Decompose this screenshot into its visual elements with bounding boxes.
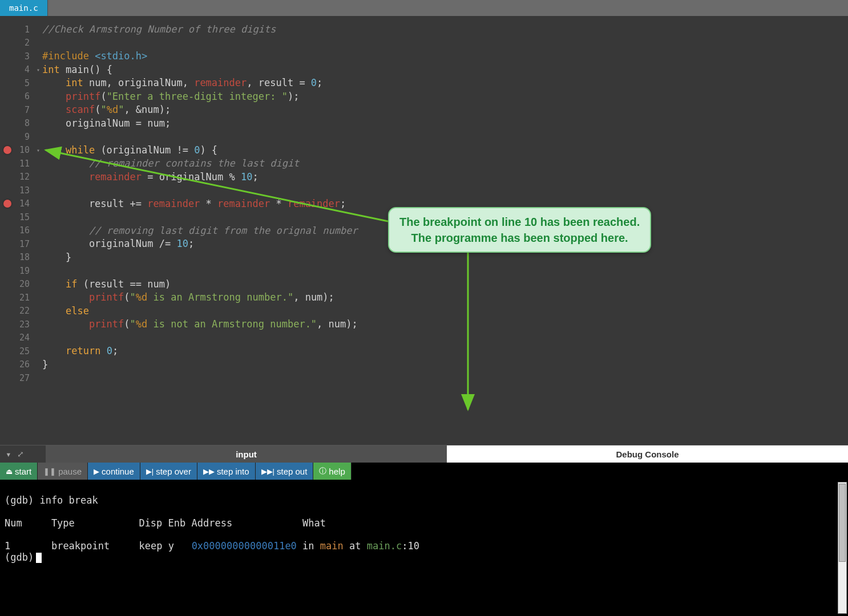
help-label: help bbox=[329, 467, 345, 476]
line-number[interactable]: 24 bbox=[0, 331, 34, 345]
line-number[interactable]: 16 bbox=[0, 224, 34, 238]
continue-label: continue bbox=[102, 467, 134, 476]
gdb-prompt-line: (gdb) info break bbox=[5, 495, 98, 506]
code-line[interactable]: printf("Enter a three-digit integer: "); bbox=[42, 90, 848, 104]
tab-debug-label: Debug Console bbox=[616, 449, 679, 459]
step-out-label: step out bbox=[277, 467, 307, 476]
code-line[interactable] bbox=[42, 371, 848, 385]
pause-button[interactable]: ❚❚ pause bbox=[38, 463, 88, 480]
code-line[interactable]: scanf("%d", &num); bbox=[42, 103, 848, 117]
gdb-console[interactable]: (gdb) info break Num Type Disp Enb Addre… bbox=[0, 480, 848, 616]
play-icon: ▶ bbox=[94, 467, 99, 476]
code-line[interactable]: //Check Armstrong Number of three digits bbox=[42, 23, 848, 37]
code-line[interactable]: else bbox=[42, 305, 848, 318]
pane-header: ▾ ⤢ input Debug Console bbox=[0, 445, 848, 463]
line-number[interactable]: 15 bbox=[0, 210, 34, 224]
line-number[interactable]: 6 bbox=[0, 90, 34, 104]
line-number[interactable]: 4▾ bbox=[0, 63, 34, 77]
code-line[interactable]: #include <stdio.h> bbox=[42, 50, 848, 63]
start-label: start bbox=[15, 467, 31, 476]
debug-toolbar: ⏏ start ❚❚ pause ▶ continue ▶| step over… bbox=[0, 463, 848, 480]
code-line[interactable]: } bbox=[42, 358, 848, 372]
start-button[interactable]: ⏏ start bbox=[0, 463, 38, 480]
step-over-icon: ▶| bbox=[146, 467, 154, 476]
step-into-button[interactable]: ▶▶ step into bbox=[197, 463, 256, 480]
line-number[interactable]: 1 bbox=[0, 23, 34, 37]
line-number[interactable]: 12 bbox=[0, 171, 34, 184]
line-number[interactable]: 14 bbox=[0, 197, 34, 211]
line-number[interactable]: 3 bbox=[0, 50, 34, 63]
step-out-button[interactable]: ▶▶| step out bbox=[256, 463, 314, 480]
code-editor[interactable]: 1234▾5678910▾111213141516171819202122232… bbox=[0, 16, 848, 445]
breakpoint-icon[interactable] bbox=[3, 200, 11, 208]
line-number[interactable]: 17 bbox=[0, 237, 34, 251]
annotation-line-1: The breakpoint on line 10 has been reach… bbox=[399, 214, 640, 230]
line-number-gutter[interactable]: 1234▾5678910▾111213141516171819202122232… bbox=[0, 16, 34, 445]
code-line[interactable] bbox=[42, 264, 848, 278]
pause-icon: ❚❚ bbox=[43, 467, 56, 476]
code-line[interactable]: // remainder contains the last digit bbox=[42, 157, 848, 171]
code-line[interactable] bbox=[42, 184, 848, 197]
line-number[interactable]: 18 bbox=[0, 251, 34, 265]
code-line[interactable]: printf("%d is not an Armstrong number.",… bbox=[42, 318, 848, 331]
continue-button[interactable]: ▶ continue bbox=[88, 463, 140, 480]
tab-debug-console[interactable]: Debug Console bbox=[447, 445, 848, 463]
gdb-prompt-2: (gdb) bbox=[5, 552, 34, 563]
code-line[interactable]: } bbox=[42, 251, 848, 265]
line-number[interactable]: 5 bbox=[0, 76, 34, 90]
gdb-break-row: 1 breakpoint keep y 0x00000000000011e0 i… bbox=[5, 540, 419, 552]
step-into-label: step into bbox=[217, 467, 249, 476]
bottom-pane: ▾ ⤢ input Debug Console ⏏ start ❚❚ pause… bbox=[0, 445, 848, 616]
step-into-icon: ▶▶ bbox=[203, 467, 215, 476]
gdb-header-line: Num Type Disp Enb Address What bbox=[5, 517, 326, 529]
line-number[interactable]: 23 bbox=[0, 318, 34, 331]
line-number[interactable]: 13 bbox=[0, 184, 34, 197]
chevron-down-icon[interactable]: ▾ bbox=[6, 449, 11, 460]
line-number[interactable]: 8 bbox=[0, 117, 34, 131]
help-button[interactable]: ⓘ help bbox=[313, 463, 351, 480]
step-over-button[interactable]: ▶| step over bbox=[140, 463, 197, 480]
line-number[interactable]: 21 bbox=[0, 291, 34, 305]
line-number[interactable]: 7 bbox=[0, 103, 34, 117]
tab-input[interactable]: input bbox=[46, 445, 447, 463]
code-line[interactable] bbox=[42, 331, 848, 345]
line-number[interactable]: 19 bbox=[0, 264, 34, 278]
tab-bar: main.c bbox=[0, 0, 848, 16]
line-number[interactable]: 26 bbox=[0, 358, 34, 372]
info-icon: ⓘ bbox=[319, 466, 326, 476]
code-line[interactable]: originalNum = num; bbox=[42, 117, 848, 131]
line-number[interactable]: 27 bbox=[0, 371, 34, 385]
code-line[interactable] bbox=[42, 130, 848, 144]
eject-icon: ⏏ bbox=[6, 467, 13, 476]
tab-label: main.c bbox=[9, 3, 38, 13]
line-number[interactable]: 2 bbox=[0, 37, 34, 50]
annotation-line-2: The programme has been stopped here. bbox=[399, 230, 640, 246]
cursor bbox=[36, 553, 42, 563]
expand-icon[interactable]: ⤢ bbox=[17, 449, 24, 459]
line-number[interactable]: 25 bbox=[0, 345, 34, 358]
line-number[interactable]: 11 bbox=[0, 157, 34, 171]
code-line[interactable]: printf("%d is an Armstrong number.", num… bbox=[42, 291, 848, 305]
code-line[interactable]: if (result == num) bbox=[42, 278, 848, 291]
scrollbar-thumb[interactable] bbox=[839, 484, 846, 562]
step-over-label: step over bbox=[156, 467, 191, 476]
tab-input-label: input bbox=[236, 449, 257, 459]
pane-header-controls: ▾ ⤢ bbox=[0, 445, 46, 463]
pause-label: pause bbox=[58, 467, 82, 476]
code-line[interactable]: return 0; bbox=[42, 345, 848, 358]
breakpoint-icon[interactable] bbox=[3, 146, 11, 154]
line-number[interactable]: 10▾ bbox=[0, 144, 34, 157]
code-line[interactable]: remainder = originalNum % 10; bbox=[42, 171, 848, 184]
step-out-icon: ▶▶| bbox=[261, 467, 274, 476]
annotation-callout: The breakpoint on line 10 has been reach… bbox=[388, 207, 651, 253]
line-number[interactable]: 20 bbox=[0, 278, 34, 291]
code-line[interactable]: while (originalNum != 0) { bbox=[42, 144, 848, 157]
code-line[interactable] bbox=[42, 37, 848, 50]
line-number[interactable]: 22 bbox=[0, 305, 34, 318]
code-line[interactable]: int main() { bbox=[42, 63, 848, 77]
console-scrollbar[interactable] bbox=[838, 482, 847, 614]
line-number[interactable]: 9 bbox=[0, 130, 34, 144]
code-line[interactable]: int num, originalNum, remainder, result … bbox=[42, 76, 848, 90]
file-tab-main-c[interactable]: main.c bbox=[0, 0, 48, 16]
